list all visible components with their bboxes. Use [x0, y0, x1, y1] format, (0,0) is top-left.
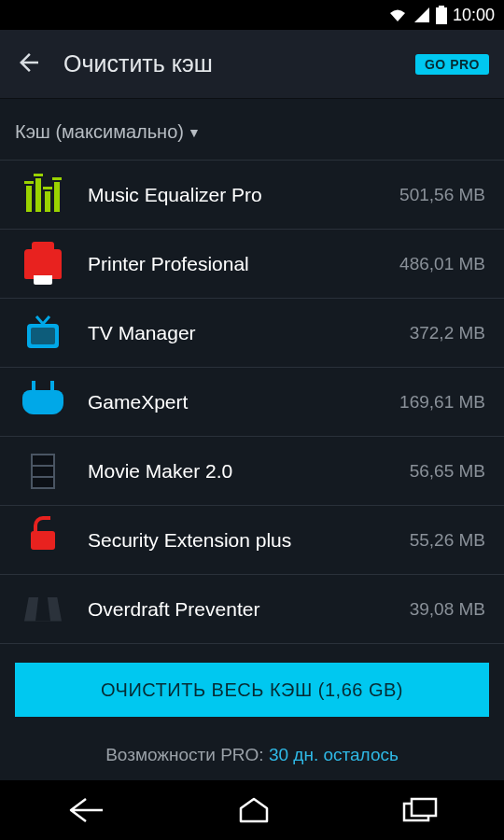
list-item[interactable]: Movie Maker 2.0 56,65 MB — [0, 437, 504, 506]
app-name: Security Extension plus — [88, 529, 393, 552]
app-size: 486,01 MB — [399, 254, 485, 274]
svg-rect-1 — [436, 7, 447, 24]
film-icon — [15, 454, 71, 489]
list-item[interactable]: Overdraft Preventer 39,08 MB — [0, 575, 504, 644]
app-name: Music Equalizer Pro — [88, 184, 383, 206]
back-icon[interactable] — [15, 49, 43, 80]
signal-icon — [413, 7, 430, 23]
app-name: TV Manager — [88, 322, 393, 344]
app-name: GameXpert — [88, 391, 383, 413]
clean-all-button[interactable]: ОЧИСТИТЬ ВЕСЬ КЭШ (1,66 GB) — [15, 663, 489, 717]
status-bar: 10:00 — [0, 0, 504, 30]
content-area: Кэш (максимально) ▼ Music Equalizer Pro … — [0, 99, 504, 780]
clock-text: 10:00 — [453, 6, 495, 25]
list-item[interactable]: Security Extension plus 55,26 MB — [0, 506, 504, 575]
shape-icon — [15, 597, 71, 622]
list-item[interactable]: Printer Profesional 486,01 MB — [0, 230, 504, 299]
wifi-icon — [387, 7, 408, 23]
equalizer-icon — [15, 178, 71, 212]
list-item[interactable]: TV Manager 372,2 MB — [0, 299, 504, 368]
tv-icon — [15, 315, 71, 352]
app-size: 39,08 MB — [410, 599, 485, 620]
app-name: Movie Maker 2.0 — [88, 460, 393, 483]
chevron-down-icon: ▼ — [188, 125, 201, 140]
gamepad-icon — [15, 390, 71, 414]
app-list[interactable]: Music Equalizer Pro 501,56 MB Printer Pr… — [0, 161, 504, 648]
battery-icon — [436, 6, 447, 24]
svg-rect-0 — [439, 6, 444, 7]
pro-footer-days: 30 дн. осталось — [269, 745, 399, 764]
app-size: 55,26 MB — [410, 530, 485, 551]
printer-icon — [15, 249, 71, 279]
action-bar: Очистить кэш GO PRO — [0, 30, 504, 99]
app-name: Printer Profesional — [88, 253, 383, 275]
nav-recent-icon[interactable] — [401, 796, 439, 824]
sort-dropdown[interactable]: Кэш (максимально) ▼ — [0, 99, 504, 160]
list-item[interactable]: GameXpert 169,61 MB — [0, 368, 504, 437]
svg-rect-5 — [412, 799, 436, 816]
nav-home-icon[interactable] — [237, 795, 271, 825]
app-size: 169,61 MB — [399, 392, 485, 413]
app-size: 56,65 MB — [410, 461, 485, 482]
app-size: 372,2 MB — [410, 323, 485, 343]
page-title: Очистить кэш — [63, 50, 395, 77]
app-size: 501,56 MB — [399, 185, 485, 205]
pro-footer[interactable]: Возможности PRO: 30 дн. осталось — [0, 732, 504, 780]
list-item[interactable]: Music Equalizer Pro 501,56 MB — [0, 161, 504, 230]
nav-back-icon[interactable] — [65, 795, 106, 825]
app-name: Overdraft Preventer — [88, 598, 393, 621]
svg-rect-3 — [31, 328, 55, 344]
pro-footer-prefix: Возможности PRO: — [105, 745, 269, 764]
go-pro-button[interactable]: GO PRO — [415, 54, 489, 75]
android-nav-bar — [0, 780, 504, 840]
sort-label: Кэш (максимально) — [15, 121, 184, 143]
lock-icon — [15, 531, 71, 550]
